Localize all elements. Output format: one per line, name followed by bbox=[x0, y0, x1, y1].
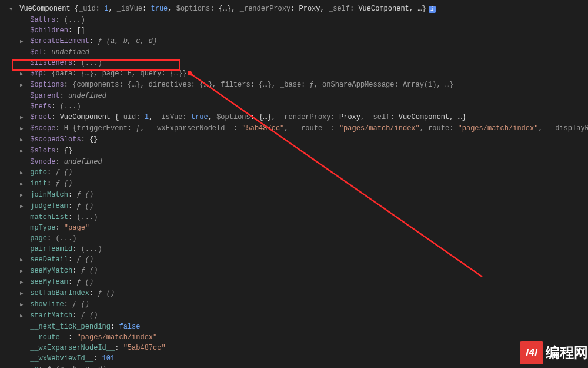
property-row[interactable]: $children: [] bbox=[0, 25, 588, 36]
property-row[interactable]: showTime: ƒ () bbox=[0, 299, 588, 310]
property-row[interactable]: _c: ƒ (a, b, c, d) bbox=[0, 364, 588, 368]
property-row[interactable]: goto: ƒ () bbox=[0, 167, 588, 178]
expand-icon[interactable] bbox=[20, 201, 26, 212]
property-row[interactable]: mpType: "page" bbox=[0, 223, 588, 233]
property-row[interactable]: joinMatch: ƒ () bbox=[0, 190, 588, 201]
expand-icon[interactable] bbox=[20, 123, 26, 134]
expand-icon[interactable] bbox=[20, 266, 26, 277]
property-row[interactable]: page: (...) bbox=[0, 233, 588, 244]
expand-icon[interactable] bbox=[20, 79, 26, 91]
info-icon[interactable]: i bbox=[429, 6, 436, 13]
property-row[interactable]: judgeTeam: ƒ () bbox=[0, 201, 588, 212]
property-row[interactable]: $attrs: (...) bbox=[0, 15, 588, 25]
expand-icon[interactable] bbox=[20, 254, 26, 266]
property-row[interactable]: pairTeamId: (...) bbox=[0, 244, 588, 254]
watermark-logo: l4i bbox=[520, 341, 543, 364]
property-row[interactable]: $vnode: undefined bbox=[0, 157, 588, 167]
expand-icon[interactable] bbox=[20, 68, 26, 79]
property-row[interactable]: __wxWebviewId__: 101 bbox=[0, 353, 588, 364]
property-row[interactable]: startMatch: ƒ () bbox=[0, 310, 588, 321]
expand-icon[interactable] bbox=[20, 112, 26, 123]
expand-icon[interactable] bbox=[20, 364, 26, 368]
expand-icon[interactable] bbox=[20, 178, 26, 190]
expand-icon[interactable] bbox=[20, 310, 26, 321]
property-row[interactable]: __wxExparserNodeId__: "5ab487cc" bbox=[0, 343, 588, 353]
property-row[interactable]: $slots: {} bbox=[0, 145, 588, 157]
property-row[interactable]: $mp: {data: {…}, page: H, query: {…}} bbox=[0, 68, 588, 79]
property-row[interactable]: init: ƒ () bbox=[0, 178, 588, 190]
property-row[interactable]: $createElement: ƒ (a, b, c, d) bbox=[0, 36, 588, 47]
expand-icon[interactable] bbox=[9, 4, 15, 15]
property-row[interactable]: seeMyTeam: ƒ () bbox=[0, 277, 588, 288]
expand-icon[interactable] bbox=[20, 134, 26, 145]
property-row[interactable]: $refs: (...) bbox=[0, 101, 588, 112]
property-row[interactable]: $root: VueComponent {_uid: 1, _isVue: tr… bbox=[0, 112, 588, 123]
property-row[interactable]: $parent: undefined bbox=[0, 91, 588, 101]
expand-icon[interactable] bbox=[20, 36, 26, 47]
property-row[interactable]: $scope: H {triggerEvent: ƒ, __wxExparser… bbox=[0, 123, 588, 134]
watermark-text: 编程网 bbox=[546, 347, 588, 358]
expand-icon[interactable] bbox=[20, 167, 26, 178]
object-header-row[interactable]: VueComponent {_uid: 1, _isVue: true, $op… bbox=[0, 4, 588, 15]
property-row[interactable]: matchList: (...) bbox=[0, 212, 588, 223]
property-row[interactable]: seeMyMatch: ƒ () bbox=[0, 266, 588, 277]
property-row[interactable]: setTabBarIndex: ƒ () bbox=[0, 288, 588, 299]
expand-icon[interactable] bbox=[20, 190, 26, 201]
expand-icon[interactable] bbox=[20, 277, 26, 288]
expand-icon[interactable] bbox=[20, 299, 26, 310]
property-row[interactable]: __route__: "pages/match/index" bbox=[0, 332, 588, 343]
property-row[interactable]: seeDetail: ƒ () bbox=[0, 254, 588, 266]
expand-icon[interactable] bbox=[20, 145, 26, 157]
property-row[interactable]: $listeners: (...) bbox=[0, 58, 588, 68]
property-row[interactable]: __next_tick_pending: false bbox=[0, 321, 588, 332]
expand-icon[interactable] bbox=[20, 288, 26, 299]
property-row[interactable]: $options: {components: {…}, directives: … bbox=[0, 79, 588, 91]
watermark: l4i 编程网 bbox=[520, 341, 588, 364]
property-row[interactable]: $el: undefined bbox=[0, 47, 588, 58]
property-row[interactable]: $scopedSlots: {} bbox=[0, 134, 588, 145]
